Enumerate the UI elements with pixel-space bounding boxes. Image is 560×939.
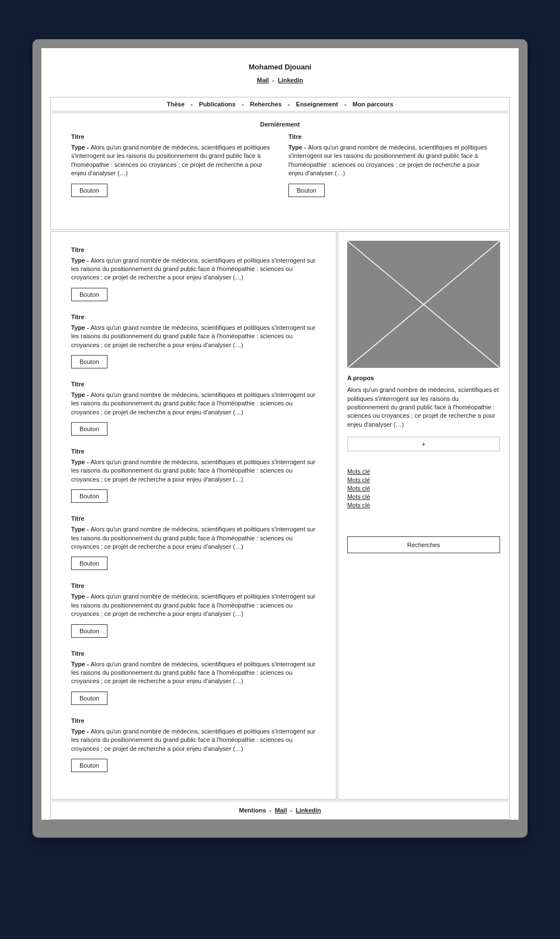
list-item: Titre Type - Alors qu'un grand nombre de… xyxy=(71,314,316,368)
item-button[interactable]: Bouton xyxy=(71,557,108,570)
item-title: Titre xyxy=(71,314,316,320)
header: Mohamed Djouani Mail - Linkedin xyxy=(41,48,519,94)
item-title: Titre xyxy=(71,381,316,387)
item-type-label: Type - xyxy=(71,728,91,735)
item-type-label: Type - xyxy=(71,459,91,465)
item-description: Type - Alors qu'un grand nombre de médec… xyxy=(71,143,272,178)
item-desc-text: Alors qu'un grand nombre de médecins, sc… xyxy=(71,324,315,348)
item-button[interactable]: Bouton xyxy=(71,355,108,368)
item-description: Type - Alors qu'un grand nombre de médec… xyxy=(71,525,316,551)
item-type-label: Type - xyxy=(71,593,91,600)
item-type-label: Type - xyxy=(71,526,91,532)
item-button[interactable]: Bouton xyxy=(71,624,108,638)
main-row: Titre Type - Alors qu'un grand nombre de… xyxy=(50,231,510,800)
separator: - xyxy=(191,101,193,108)
separator: - xyxy=(242,101,244,108)
list-item: Titre Type - Alors qu'un grand nombre de… xyxy=(71,515,316,570)
mail-link[interactable]: Mail xyxy=(257,77,269,83)
list-item: Titre Type - Alors qu'un grand nombre de… xyxy=(71,448,316,503)
wireframe-frame: Mohamed Djouani Mail - Linkedin Thèse - … xyxy=(32,39,528,838)
expand-button[interactable]: + xyxy=(347,437,500,451)
item-type-label: Type - xyxy=(71,391,91,398)
item-button[interactable]: Bouton xyxy=(71,288,108,301)
recent-panel: Dernièrement Titre Type - Alors qu'un gr… xyxy=(50,113,510,230)
nav-item-enseignement[interactable]: Enseignement xyxy=(296,101,338,108)
item-title: Titre xyxy=(71,246,316,253)
separator: - xyxy=(344,101,347,108)
item-description: Type - Alors qu'un grand nombre de médec… xyxy=(71,256,316,282)
separator: - xyxy=(290,807,292,814)
separator: - xyxy=(288,101,290,108)
item-button[interactable]: Bouton xyxy=(71,489,108,503)
item-description: Type - Alors qu'un grand nombre de médec… xyxy=(71,324,316,349)
item-button[interactable]: Bouton xyxy=(288,184,325,197)
separator: - xyxy=(272,77,274,83)
recent-title: Dernièrement xyxy=(71,121,489,128)
item-title: Titre xyxy=(71,133,272,140)
item-type-label: Type - xyxy=(71,144,91,151)
item-button[interactable]: Bouton xyxy=(71,184,108,197)
keyword-link[interactable]: Mots clé xyxy=(347,493,500,500)
page: Mohamed Djouani Mail - Linkedin Thèse - … xyxy=(41,48,519,820)
nav-item-recherches[interactable]: Reherches xyxy=(250,101,282,108)
keyword-link[interactable]: Mots clé xyxy=(347,502,500,508)
item-type-label: Type - xyxy=(288,144,308,151)
about-title: A propos xyxy=(347,375,500,381)
item-description: Type - Alors qu'un grand nombre de médec… xyxy=(71,592,316,618)
item-description: Type - Alors qu'un grand nombre de médec… xyxy=(288,143,489,178)
footer: Mentions - Mail - Linkedin xyxy=(50,801,510,820)
sidebar: A propos Alors qu'un grand nombre de méd… xyxy=(338,231,510,800)
header-links: Mail - Linkedin xyxy=(41,77,519,83)
item-desc-text: Alors qu'un grand nombre de médecins, sc… xyxy=(71,526,315,550)
list-item: Titre Type - Alors qu'un grand nombre de… xyxy=(71,650,316,705)
item-desc-text: Alors qu'un grand nombre de médecins, sc… xyxy=(71,391,315,415)
main-list: Titre Type - Alors qu'un grand nombre de… xyxy=(50,231,337,800)
list-item: Titre Type - Alors qu'un grand nombre de… xyxy=(71,381,316,436)
item-type-label: Type - xyxy=(71,661,91,667)
item-title: Titre xyxy=(71,717,316,724)
keyword-link[interactable]: Mots clé xyxy=(347,476,500,483)
recherches-button[interactable]: Recherches xyxy=(347,536,500,553)
item-desc-text: Alors qu'un grand nombre de médecins, sc… xyxy=(71,661,315,685)
recent-item: Titre Type - Alors qu'un grand nombre de… xyxy=(288,133,489,197)
keywords-list: Mots clé Mots clé Mots clé Mots clé Mots… xyxy=(347,468,500,508)
item-desc-text: Alors qu'un grand nombre de médecins, sc… xyxy=(288,144,487,176)
item-title: Titre xyxy=(288,133,489,140)
item-description: Type - Alors qu'un grand nombre de médec… xyxy=(71,458,316,484)
footer-mail-link[interactable]: Mail xyxy=(275,807,287,814)
item-description: Type - Alors qu'un grand nombre de médec… xyxy=(71,391,316,417)
image-placeholder-icon xyxy=(347,241,500,368)
item-desc-text: Alors qu'un grand nombre de médecins, sc… xyxy=(71,728,315,752)
item-button[interactable]: Bouton xyxy=(71,692,108,705)
keyword-link[interactable]: Mots clé xyxy=(347,468,500,475)
item-desc-text: Alors qu'un grand nombre de médecins, sc… xyxy=(71,257,315,281)
list-item: Titre Type - Alors qu'un grand nombre de… xyxy=(71,717,316,772)
author-name: Mohamed Djouani xyxy=(41,63,519,71)
item-desc-text: Alors qu'un grand nombre de médecins, sc… xyxy=(71,593,315,617)
item-title: Titre xyxy=(71,515,316,522)
keyword-link[interactable]: Mots clé xyxy=(347,485,500,492)
item-type-label: Type - xyxy=(71,324,91,331)
list-item: Titre Type - Alors qu'un grand nombre de… xyxy=(71,582,316,637)
nav-row: Thèse - Publications - Reherches - Ensei… xyxy=(50,97,510,111)
footer-mentions[interactable]: Mentions xyxy=(239,807,266,814)
item-button[interactable]: Bouton xyxy=(71,422,108,436)
recent-columns: Titre Type - Alors qu'un grand nombre de… xyxy=(71,133,489,209)
linkedin-link[interactable]: Linkedin xyxy=(278,77,303,83)
list-item: Titre Type - Alors qu'un grand nombre de… xyxy=(71,246,316,301)
nav-item-publications[interactable]: Publications xyxy=(199,101,235,108)
item-desc-text: Alors qu'un grand nombre de médecins, sc… xyxy=(71,144,270,176)
nav-item-these[interactable]: Thèse xyxy=(167,101,185,108)
item-desc-text: Alors qu'un grand nombre de médecins, sc… xyxy=(71,459,315,483)
item-description: Type - Alors qu'un grand nombre de médec… xyxy=(71,727,316,753)
footer-linkedin-link[interactable]: Linkedin xyxy=(296,807,321,814)
about-text: Alors qu'un grand nombre de médecins, sc… xyxy=(347,386,500,429)
recent-item: Titre Type - Alors qu'un grand nombre de… xyxy=(71,133,272,197)
item-type-label: Type - xyxy=(71,257,91,264)
item-title: Titre xyxy=(71,650,316,657)
separator: - xyxy=(269,807,272,814)
item-description: Type - Alors qu'un grand nombre de médec… xyxy=(71,660,316,686)
item-title: Titre xyxy=(71,582,316,589)
nav-item-parcours[interactable]: Mon parcours xyxy=(353,101,394,108)
item-button[interactable]: Bouton xyxy=(71,759,108,772)
